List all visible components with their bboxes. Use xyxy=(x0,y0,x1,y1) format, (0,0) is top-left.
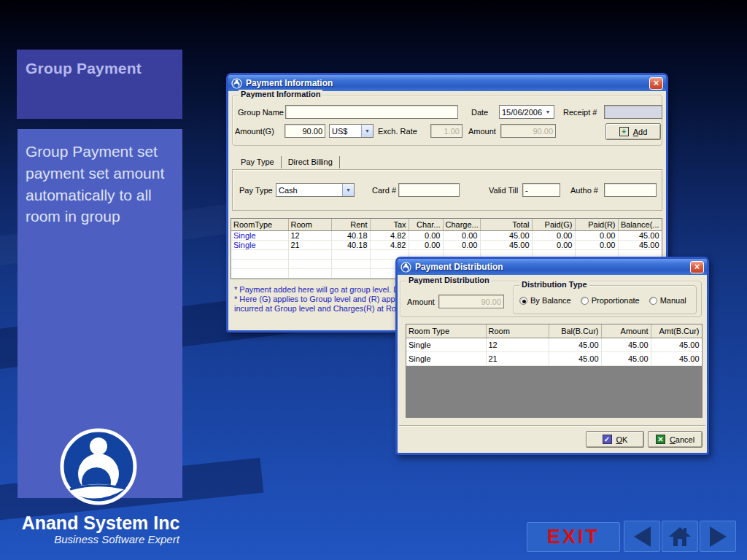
payment-information-groupbox: Payment Information xyxy=(232,95,662,146)
table-row[interactable]: Single2145.0045.0045.00 xyxy=(406,351,702,365)
radio-icon[interactable] xyxy=(649,297,657,305)
column-header[interactable]: Rent xyxy=(331,219,370,230)
table-cell: 21 xyxy=(486,351,549,365)
radio-option[interactable]: Proportionate xyxy=(581,296,640,305)
group-name-label: Group Name xyxy=(238,108,284,117)
column-header[interactable]: Room xyxy=(288,219,331,230)
exch-rate-input[interactable]: 1.00 xyxy=(430,124,462,138)
empty-table-cell xyxy=(231,268,288,278)
currency-dropdown[interactable]: US$ ▼ xyxy=(329,124,374,138)
footnotes: * Payment added here will go at group le… xyxy=(234,285,411,314)
slide-background: Group Payment Group Payment set payment … xyxy=(0,0,747,560)
card-number-input[interactable] xyxy=(398,183,460,197)
table-row[interactable]: Single1245.0045.0045.00 xyxy=(406,338,702,351)
table-cell: 45.00 xyxy=(480,240,532,249)
distribution-amount-input[interactable]: 90.00 xyxy=(438,295,504,308)
table-cell: 45.00 xyxy=(601,338,651,351)
window-logo-icon xyxy=(400,262,411,273)
slide-title: Group Payment xyxy=(26,60,174,77)
distribution-type-radios: By BalanceProportionateManual xyxy=(519,296,696,306)
table-cell: 4.82 xyxy=(370,230,409,240)
table-cell: 40.18 xyxy=(331,230,370,240)
amount-g-input[interactable]: 90.00 xyxy=(285,124,325,138)
column-header[interactable]: Bal(B.Cur) xyxy=(549,324,601,338)
table-cell: 0.00 xyxy=(575,240,618,249)
empty-table-cell xyxy=(331,268,370,278)
slide-description: Group Payment set payment set amount aut… xyxy=(26,141,174,228)
radio-icon[interactable] xyxy=(519,297,527,305)
window-logo-icon xyxy=(231,78,242,89)
tab-direct-billing[interactable]: Direct Billing xyxy=(282,156,340,168)
payment-distribution-titlebar[interactable]: Payment Distribution × xyxy=(398,259,707,275)
table-cell: 0.00 xyxy=(409,230,443,240)
previous-slide-button[interactable] xyxy=(624,521,660,552)
valid-till-input[interactable]: - xyxy=(522,183,560,197)
ok-button-label: OK xyxy=(616,435,628,444)
empty-table-cell xyxy=(288,249,331,259)
table-cell: 12 xyxy=(486,338,549,351)
cancel-button[interactable]: ✕ Cancel xyxy=(648,431,703,448)
amount-input[interactable]: 90.00 xyxy=(500,124,556,138)
column-header[interactable]: Paid(R) xyxy=(575,219,618,230)
table-cell: 4.82 xyxy=(370,240,409,249)
table-cell: Single xyxy=(231,240,288,249)
close-icon[interactable]: × xyxy=(649,77,663,90)
autho-number-input[interactable] xyxy=(604,183,657,197)
column-header[interactable]: Total xyxy=(480,219,532,230)
table-row[interactable]: Single1240.184.820.000.0045.000.000.0045… xyxy=(231,230,662,240)
column-header[interactable]: Room Type xyxy=(406,324,486,338)
table-cell: 45.00 xyxy=(618,230,662,240)
close-icon[interactable]: × xyxy=(690,261,704,273)
column-header[interactable]: Amount xyxy=(601,324,651,338)
empty-table-cell xyxy=(331,259,370,268)
distribution-table-container: Room TypeRoomBal(B.Cur)AmountAmt(B.Cur) … xyxy=(406,324,703,418)
chevron-down-icon[interactable]: ▼ xyxy=(542,106,554,118)
amount-g-label: Amount(G) xyxy=(235,127,274,136)
radio-option[interactable]: By Balance xyxy=(519,296,571,305)
back-arrow-icon xyxy=(634,526,651,547)
table-cell: 45.00 xyxy=(549,338,601,351)
column-header[interactable]: Room xyxy=(486,324,549,338)
home-button[interactable] xyxy=(662,521,698,552)
empty-table-cell xyxy=(231,249,288,259)
column-header[interactable]: Tax xyxy=(370,219,409,230)
date-dropdown[interactable]: 15/06/2006 ▼ xyxy=(499,105,554,119)
empty-table-cell xyxy=(288,268,331,278)
slide-title-box: Group Payment xyxy=(17,50,182,119)
empty-table-cell xyxy=(231,259,288,268)
pay-type-dropdown[interactable]: Cash ▼ xyxy=(276,183,355,197)
chevron-down-icon[interactable]: ▼ xyxy=(342,184,354,196)
column-header[interactable]: Paid(G) xyxy=(532,219,575,230)
next-slide-button[interactable] xyxy=(700,521,736,552)
column-header[interactable]: Balance(... xyxy=(618,219,662,230)
distribution-amount-label: Amount xyxy=(407,298,435,306)
group-name-input[interactable] xyxy=(285,105,458,119)
column-header[interactable]: Charge... xyxy=(443,219,480,230)
groupbox-label: Payment Distribution xyxy=(406,276,492,284)
cancel-button-label: Cancel xyxy=(670,435,694,444)
exit-button[interactable]: EXIT xyxy=(527,522,620,552)
distribution-type-groupbox: Distribution Type By BalanceProportionat… xyxy=(513,285,697,314)
table-cell: 45.00 xyxy=(601,351,651,365)
receipt-input[interactable] xyxy=(604,105,662,119)
tab-pay-type[interactable]: Pay Type xyxy=(234,156,282,168)
table-cell: Single xyxy=(406,351,486,365)
pay-type-label: Pay Type xyxy=(239,186,273,195)
ok-button[interactable]: ✓ OK xyxy=(586,431,644,448)
column-header[interactable]: RoomType xyxy=(231,219,288,230)
table-row[interactable]: Single2140.184.820.000.0045.000.000.0045… xyxy=(231,240,662,249)
table-cell: 0.00 xyxy=(575,230,618,240)
add-button[interactable]: + Add xyxy=(605,123,661,140)
table-cell: 0.00 xyxy=(443,230,480,240)
card-number-label: Card # xyxy=(372,186,396,195)
column-header[interactable]: Amt(B.Cur) xyxy=(651,324,702,338)
table-cell: 40.18 xyxy=(331,240,370,249)
divider xyxy=(399,425,705,427)
table-cell: 0.00 xyxy=(443,240,480,249)
chevron-down-icon[interactable]: ▼ xyxy=(361,125,373,137)
radio-option[interactable]: Manual xyxy=(649,296,686,305)
column-header[interactable]: Char... xyxy=(409,219,443,230)
payment-information-titlebar[interactable]: Payment Information × xyxy=(228,75,666,91)
radio-icon[interactable] xyxy=(581,297,589,305)
brand-name: Anand System Inc xyxy=(13,513,188,534)
